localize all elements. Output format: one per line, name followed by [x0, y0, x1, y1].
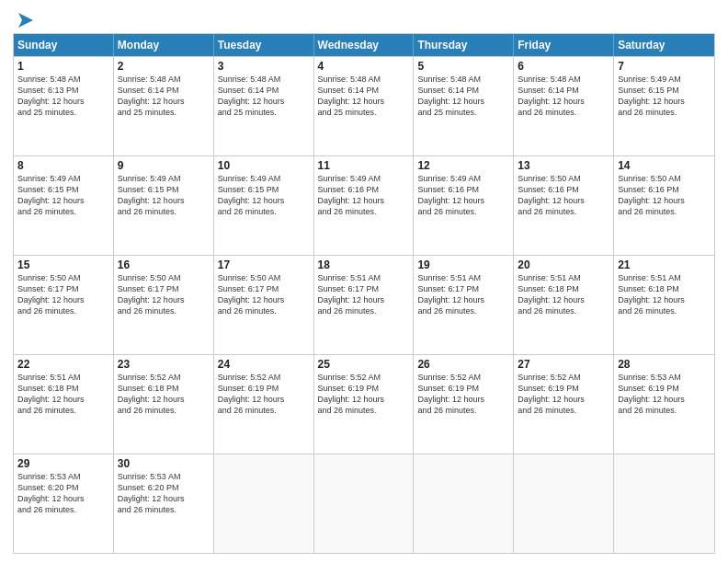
day-number: 16	[118, 259, 210, 271]
calendar-cell: 20Sunrise: 5:51 AMSunset: 6:18 PMDayligh…	[514, 256, 614, 354]
cell-info: Sunrise: 5:52 AMSunset: 6:19 PMDaylight:…	[417, 372, 509, 417]
calendar-header-monday: Monday	[114, 34, 214, 56]
day-number: 28	[618, 358, 711, 371]
day-number: 21	[618, 259, 711, 271]
day-number: 4	[318, 60, 410, 73]
calendar-cell: 1Sunrise: 5:48 AMSunset: 6:13 PMDaylight…	[14, 57, 114, 155]
calendar-week-5: 29Sunrise: 5:53 AMSunset: 6:20 PMDayligh…	[14, 454, 714, 553]
day-number: 26	[417, 358, 509, 371]
day-number: 20	[518, 259, 609, 271]
day-number: 2	[118, 60, 210, 73]
calendar-header-wednesday: Wednesday	[314, 34, 415, 56]
cell-info: Sunrise: 5:51 AMSunset: 6:18 PMDaylight:…	[518, 272, 609, 317]
day-number: 15	[17, 259, 109, 271]
calendar-week-1: 1Sunrise: 5:48 AMSunset: 6:13 PMDaylight…	[14, 56, 714, 155]
day-number: 7	[618, 60, 711, 73]
calendar-cell	[314, 454, 415, 553]
calendar-header-tuesday: Tuesday	[214, 34, 314, 56]
calendar-cell: 11Sunrise: 5:49 AMSunset: 6:16 PMDayligh…	[314, 156, 415, 255]
calendar-cell: 22Sunrise: 5:51 AMSunset: 6:18 PMDayligh…	[14, 355, 114, 454]
calendar-cell: 12Sunrise: 5:49 AMSunset: 6:16 PMDayligh…	[414, 156, 514, 255]
day-number: 1	[17, 60, 109, 73]
calendar-cell: 21Sunrise: 5:51 AMSunset: 6:18 PMDayligh…	[614, 256, 714, 354]
calendar-cell: 13Sunrise: 5:50 AMSunset: 6:16 PMDayligh…	[514, 156, 614, 255]
day-number: 22	[17, 358, 109, 371]
header	[13, 9, 715, 28]
cell-info: Sunrise: 5:53 AMSunset: 6:19 PMDaylight:…	[618, 372, 711, 417]
day-number: 25	[318, 358, 410, 371]
calendar-cell: 27Sunrise: 5:52 AMSunset: 6:19 PMDayligh…	[514, 355, 614, 454]
cell-info: Sunrise: 5:49 AMSunset: 6:15 PMDaylight:…	[118, 173, 210, 218]
calendar-cell: 9Sunrise: 5:49 AMSunset: 6:15 PMDaylight…	[114, 156, 214, 255]
calendar-header-saturday: Saturday	[614, 34, 714, 56]
cell-info: Sunrise: 5:53 AMSunset: 6:20 PMDaylight:…	[118, 471, 210, 516]
logo	[13, 9, 37, 28]
cell-info: Sunrise: 5:50 AMSunset: 6:17 PMDaylight:…	[118, 272, 210, 317]
day-number: 10	[218, 159, 310, 172]
cell-info: Sunrise: 5:51 AMSunset: 6:18 PMDaylight:…	[618, 272, 711, 317]
day-number: 5	[417, 60, 509, 73]
cell-info: Sunrise: 5:48 AMSunset: 6:14 PMDaylight:…	[318, 74, 410, 119]
cell-info: Sunrise: 5:48 AMSunset: 6:14 PMDaylight:…	[118, 74, 210, 119]
day-number: 13	[518, 159, 609, 172]
calendar-cell: 5Sunrise: 5:48 AMSunset: 6:14 PMDaylight…	[414, 57, 514, 155]
cell-info: Sunrise: 5:53 AMSunset: 6:20 PMDaylight:…	[17, 471, 109, 516]
cell-info: Sunrise: 5:52 AMSunset: 6:19 PMDaylight:…	[518, 372, 609, 417]
calendar-cell: 24Sunrise: 5:52 AMSunset: 6:19 PMDayligh…	[214, 355, 314, 454]
cell-info: Sunrise: 5:51 AMSunset: 6:17 PMDaylight:…	[318, 272, 410, 317]
calendar-cell: 7Sunrise: 5:49 AMSunset: 6:15 PMDaylight…	[614, 57, 714, 155]
calendar-header-row: SundayMondayTuesdayWednesdayThursdayFrid…	[14, 34, 714, 56]
calendar-cell: 28Sunrise: 5:53 AMSunset: 6:19 PMDayligh…	[614, 355, 714, 454]
cell-info: Sunrise: 5:50 AMSunset: 6:16 PMDaylight:…	[618, 173, 711, 218]
calendar-cell: 23Sunrise: 5:52 AMSunset: 6:18 PMDayligh…	[114, 355, 214, 454]
cell-info: Sunrise: 5:50 AMSunset: 6:17 PMDaylight:…	[218, 272, 310, 317]
calendar-week-4: 22Sunrise: 5:51 AMSunset: 6:18 PMDayligh…	[14, 354, 714, 454]
cell-info: Sunrise: 5:48 AMSunset: 6:13 PMDaylight:…	[17, 74, 109, 119]
calendar-cell: 8Sunrise: 5:49 AMSunset: 6:15 PMDaylight…	[14, 156, 114, 255]
cell-info: Sunrise: 5:49 AMSunset: 6:15 PMDaylight:…	[17, 173, 109, 218]
day-number: 11	[318, 159, 410, 172]
calendar-body: 1Sunrise: 5:48 AMSunset: 6:13 PMDaylight…	[14, 56, 714, 553]
page: SundayMondayTuesdayWednesdayThursdayFrid…	[0, 0, 728, 563]
calendar-cell: 15Sunrise: 5:50 AMSunset: 6:17 PMDayligh…	[14, 256, 114, 354]
calendar-cell: 29Sunrise: 5:53 AMSunset: 6:20 PMDayligh…	[14, 454, 114, 553]
calendar-header-thursday: Thursday	[414, 34, 514, 56]
day-number: 17	[218, 259, 310, 271]
day-number: 3	[218, 60, 310, 73]
calendar-header-friday: Friday	[514, 34, 614, 56]
calendar-cell: 26Sunrise: 5:52 AMSunset: 6:19 PMDayligh…	[414, 355, 514, 454]
calendar-cell: 17Sunrise: 5:50 AMSunset: 6:17 PMDayligh…	[214, 256, 314, 354]
calendar-week-3: 15Sunrise: 5:50 AMSunset: 6:17 PMDayligh…	[14, 255, 714, 354]
cell-info: Sunrise: 5:49 AMSunset: 6:16 PMDaylight:…	[318, 173, 410, 218]
cell-info: Sunrise: 5:48 AMSunset: 6:14 PMDaylight:…	[218, 74, 310, 119]
calendar-cell	[214, 454, 314, 553]
cell-info: Sunrise: 5:52 AMSunset: 6:19 PMDaylight:…	[318, 372, 410, 417]
day-number: 29	[17, 457, 109, 470]
calendar-cell: 3Sunrise: 5:48 AMSunset: 6:14 PMDaylight…	[214, 57, 314, 155]
day-number: 18	[318, 259, 410, 271]
day-number: 30	[118, 457, 210, 470]
calendar-cell: 14Sunrise: 5:50 AMSunset: 6:16 PMDayligh…	[614, 156, 714, 255]
day-number: 23	[118, 358, 210, 371]
day-number: 6	[518, 60, 609, 73]
cell-info: Sunrise: 5:52 AMSunset: 6:18 PMDaylight:…	[118, 372, 210, 417]
day-number: 19	[417, 259, 509, 271]
calendar-cell: 2Sunrise: 5:48 AMSunset: 6:14 PMDaylight…	[114, 57, 214, 155]
cell-info: Sunrise: 5:48 AMSunset: 6:14 PMDaylight:…	[417, 74, 509, 119]
calendar-cell: 16Sunrise: 5:50 AMSunset: 6:17 PMDayligh…	[114, 256, 214, 354]
calendar-cell	[514, 454, 614, 553]
cell-info: Sunrise: 5:51 AMSunset: 6:17 PMDaylight:…	[417, 272, 509, 317]
calendar-cell: 6Sunrise: 5:48 AMSunset: 6:14 PMDaylight…	[514, 57, 614, 155]
calendar-cell: 10Sunrise: 5:49 AMSunset: 6:15 PMDayligh…	[214, 156, 314, 255]
day-number: 8	[17, 159, 109, 172]
svg-marker-0	[18, 13, 33, 28]
calendar-cell: 18Sunrise: 5:51 AMSunset: 6:17 PMDayligh…	[314, 256, 415, 354]
day-number: 9	[118, 159, 210, 172]
day-number: 14	[618, 159, 711, 172]
cell-info: Sunrise: 5:50 AMSunset: 6:16 PMDaylight:…	[518, 173, 609, 218]
cell-info: Sunrise: 5:49 AMSunset: 6:15 PMDaylight:…	[618, 74, 711, 119]
cell-info: Sunrise: 5:50 AMSunset: 6:17 PMDaylight:…	[17, 272, 109, 317]
logo-icon	[15, 9, 37, 31]
calendar-cell: 30Sunrise: 5:53 AMSunset: 6:20 PMDayligh…	[114, 454, 214, 553]
calendar-cell: 4Sunrise: 5:48 AMSunset: 6:14 PMDaylight…	[314, 57, 415, 155]
